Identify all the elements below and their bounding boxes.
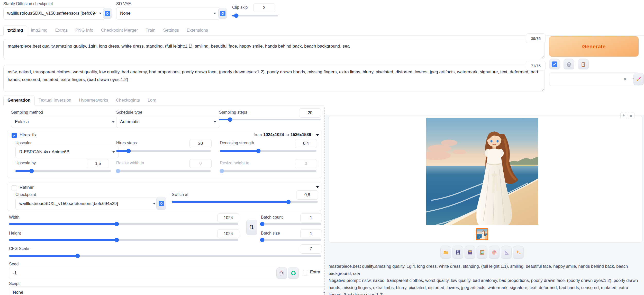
switch-at-number-input[interactable]: 0,8 bbox=[296, 190, 318, 200]
refresh-icon bbox=[220, 11, 225, 16]
tab-generation[interactable]: Generation bbox=[3, 95, 35, 105]
tab-textual-inversion[interactable]: Textual Inversion bbox=[35, 95, 75, 105]
extra-seed-checkbox[interactable] bbox=[303, 270, 308, 275]
download-image-button[interactable] bbox=[620, 112, 627, 119]
refiner-checkbox[interactable] bbox=[12, 185, 17, 191]
width-label: Width bbox=[9, 215, 20, 220]
resize-height-number-input[interactable]: 0 bbox=[295, 159, 317, 168]
tab-lora[interactable]: Lora bbox=[144, 95, 160, 105]
tab-img2img[interactable]: img2img bbox=[27, 25, 51, 35]
cfg-number-input[interactable]: 7 bbox=[300, 244, 322, 254]
height-slider[interactable] bbox=[9, 239, 238, 241]
generate-button[interactable]: Generate bbox=[549, 36, 639, 57]
clear-x-icon[interactable]: × bbox=[623, 76, 627, 82]
sampling-method-dropdown[interactable]: Euler a bbox=[11, 116, 119, 128]
batch-size-slider[interactable] bbox=[261, 239, 321, 241]
main-tab-bar: txt2img img2img Extras PNG Info Checkpoi… bbox=[0, 25, 644, 35]
switch-at-label: Switch at bbox=[172, 192, 188, 197]
batch-count-number-input[interactable]: 1 bbox=[300, 213, 322, 222]
txt2img-sub-tab-bar: Generation Textual Inversion Hypernetwor… bbox=[3, 94, 324, 105]
styles-dropdown[interactable]: × bbox=[549, 73, 639, 86]
width-number-input[interactable]: 1024 bbox=[217, 213, 239, 222]
checkpoint-label: Stable Diffusion checkpoint bbox=[3, 2, 53, 6]
switch-at-slider[interactable] bbox=[172, 201, 318, 203]
refresh-checkpoints-button[interactable] bbox=[103, 8, 112, 19]
width-slider[interactable] bbox=[9, 223, 238, 225]
tab-txt2img[interactable]: txt2img bbox=[3, 25, 27, 35]
prompt-token-counter: 39/75 bbox=[526, 33, 546, 43]
apply-styles-button[interactable] bbox=[578, 59, 589, 69]
tab-train[interactable]: Train bbox=[142, 25, 159, 35]
read-params-arrow-icon bbox=[552, 61, 557, 67]
tab-extras[interactable]: Extras bbox=[51, 25, 71, 35]
tab-checkpoints[interactable]: Checkpoints bbox=[112, 95, 144, 105]
batch-size-number-input[interactable]: 1 bbox=[300, 229, 322, 238]
clip-skip-number-input[interactable]: 2 bbox=[253, 3, 275, 12]
resize-height-slider[interactable] bbox=[220, 170, 316, 172]
hires-fix-title[interactable]: Hires. fix bbox=[20, 132, 37, 138]
prompt-textarea[interactable]: masterpiece,best quality,amazing quality… bbox=[3, 39, 545, 59]
checkpoint-dropdown[interactable]: waiIllustriousSDXL_v150.safetensors [bef… bbox=[3, 7, 105, 20]
reuse-seed-button[interactable]: ♻ bbox=[288, 267, 299, 279]
script-dropdown[interactable]: None bbox=[9, 287, 329, 295]
hires-steps-number-input[interactable]: 20 bbox=[189, 139, 212, 148]
tab-checkpoint-merger[interactable]: Checkpoint Merger bbox=[97, 25, 142, 35]
close-preview-button[interactable]: × bbox=[628, 112, 634, 119]
generated-image[interactable] bbox=[426, 118, 538, 225]
swap-arrows-icon: ⇅ bbox=[249, 224, 254, 231]
negative-prompt-textarea[interactable]: nsfw, naked, transparent clothes, worst … bbox=[3, 65, 545, 92]
upscale-button[interactable] bbox=[513, 246, 524, 259]
batch-count-label: Batch count bbox=[261, 215, 283, 220]
resize-width-number-input[interactable]: 0 bbox=[189, 159, 212, 168]
batch-size-label: Batch size bbox=[261, 231, 280, 236]
refiner-checkpoint-label: Checkpoint bbox=[15, 192, 36, 197]
random-seed-button[interactable] bbox=[276, 267, 287, 279]
refiner-checkpoint-dropdown[interactable]: waiIllustriousSDXL_v150.safetensors [bef… bbox=[15, 198, 159, 210]
refresh-vae-button[interactable] bbox=[218, 8, 227, 19]
save-zip-button[interactable] bbox=[465, 246, 475, 259]
palette-icon bbox=[491, 249, 497, 255]
batch-count-slider[interactable] bbox=[261, 223, 321, 225]
resize-width-slider[interactable] bbox=[116, 170, 211, 172]
gallery-thumbnail-selected[interactable] bbox=[476, 228, 488, 240]
denoising-number-input[interactable]: 0.4 bbox=[295, 139, 317, 148]
cfg-slider[interactable] bbox=[9, 255, 321, 257]
clip-skip-slider[interactable] bbox=[232, 15, 278, 16]
read-parameters-button[interactable] bbox=[549, 59, 560, 69]
seed-input[interactable]: -1 bbox=[9, 267, 281, 279]
column-resize-handle[interactable] bbox=[324, 108, 325, 295]
clear-prompt-button[interactable] bbox=[564, 59, 574, 69]
vae-dropdown[interactable]: None bbox=[116, 7, 220, 20]
denoising-slider[interactable] bbox=[220, 150, 316, 152]
upscale-by-slider[interactable] bbox=[15, 170, 111, 172]
swap-dimensions-button[interactable]: ⇅ bbox=[246, 220, 257, 235]
send-to-img2img-button[interactable] bbox=[477, 246, 487, 259]
send-to-extras-button[interactable] bbox=[501, 246, 512, 259]
tab-extensions[interactable]: Extensions bbox=[183, 25, 212, 35]
hires-steps-slider[interactable] bbox=[116, 150, 211, 152]
tab-settings[interactable]: Settings bbox=[159, 25, 183, 35]
refiner-title[interactable]: Refiner bbox=[20, 185, 34, 190]
height-number-input[interactable]: 1024 bbox=[217, 229, 239, 238]
edit-styles-button[interactable] bbox=[633, 73, 644, 85]
send-to-inpaint-button[interactable] bbox=[489, 246, 500, 259]
close-icon: × bbox=[630, 114, 632, 118]
hires-fix-checkbox[interactable]: ✓ bbox=[12, 133, 17, 138]
tab-hypernetworks[interactable]: Hypernetworks bbox=[75, 95, 112, 105]
sampling-steps-number-input[interactable]: 20 bbox=[299, 108, 321, 118]
sampling-steps-slider[interactable] bbox=[219, 119, 321, 120]
triangle-ruler-icon bbox=[503, 249, 509, 255]
save-image-button[interactable] bbox=[452, 246, 463, 259]
download-icon bbox=[622, 114, 625, 118]
upscaler-dropdown[interactable]: R-ESRGAN 4x+ Anime6B bbox=[15, 146, 119, 158]
upscale-by-number-input[interactable]: 1.5 bbox=[87, 159, 109, 168]
collapse-refiner-icon[interactable] bbox=[316, 186, 319, 188]
script-label: Script bbox=[9, 281, 20, 286]
refresh-refiner-checkpoint-button[interactable] bbox=[156, 197, 166, 210]
dice-icon bbox=[279, 270, 285, 276]
seed-label: Seed bbox=[9, 262, 19, 266]
schedule-type-dropdown[interactable]: Automatic bbox=[116, 116, 220, 128]
open-folder-button[interactable] bbox=[440, 246, 451, 259]
collapse-hires-icon[interactable] bbox=[316, 134, 319, 136]
tab-png-info[interactable]: PNG Info bbox=[71, 25, 97, 35]
